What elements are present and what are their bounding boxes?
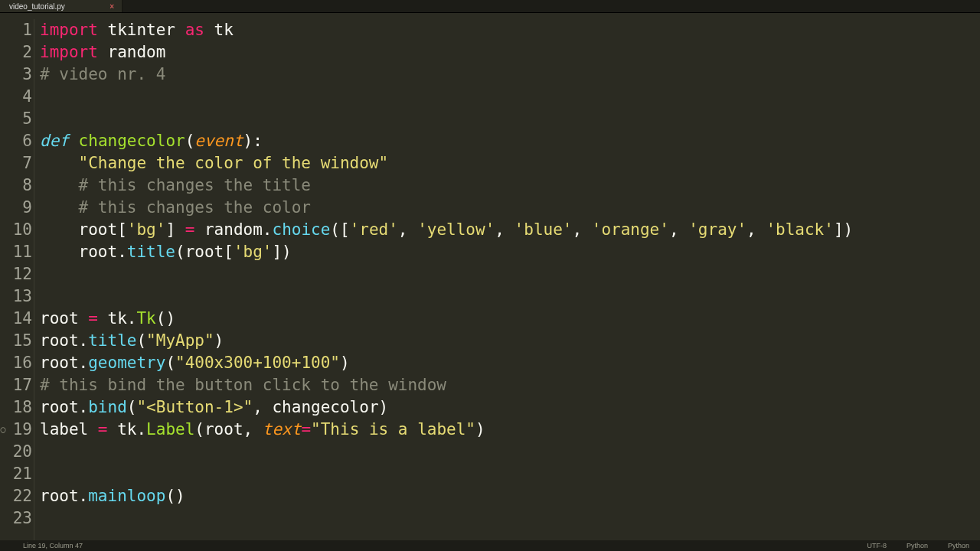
code-line[interactable]: import tkinter as tk (40, 19, 980, 41)
status-cursor-position[interactable]: Line 19, Column 47 (23, 542, 83, 549)
token-fn: changecolor (79, 132, 185, 150)
token-nm: ( (165, 354, 175, 372)
status-bar: Line 19, Column 47 UTF-8 Python Python (0, 540, 980, 551)
token-nm: root. (40, 354, 88, 372)
token-kw2: import (40, 21, 98, 39)
token-nm (40, 176, 79, 194)
token-op: = (98, 420, 108, 439)
code-line[interactable]: ○label = tk.Label(root, text="This is a … (40, 419, 980, 441)
code-line[interactable] (40, 108, 980, 130)
token-prm: event (194, 132, 243, 150)
code-line[interactable] (40, 507, 980, 530)
code-line[interactable]: def changecolor(event): (40, 130, 980, 152)
token-str: "MyApp" (146, 331, 214, 350)
code-line[interactable]: root.bind("<Button-1>", changecolor) (40, 396, 980, 419)
token-nm: , (572, 220, 591, 239)
token-nm: , (669, 220, 688, 239)
line-number: 1 (0, 19, 32, 41)
line-number: 4 (0, 86, 32, 108)
code-line[interactable]: "Change the color of the window" (40, 152, 980, 174)
token-nm: () (165, 487, 185, 505)
line-number: 18 (0, 396, 32, 419)
token-nm: , (746, 220, 766, 239)
code-line[interactable]: root.mainloop() (40, 485, 980, 507)
code-line[interactable]: root.title("MyApp") (40, 330, 980, 352)
token-cmt: # this bind the button click to the wind… (40, 376, 446, 394)
token-nm (69, 132, 79, 150)
token-mth: mainloop (88, 487, 165, 505)
status-encoding[interactable]: UTF-8 (867, 542, 887, 549)
line-number: 22 (0, 485, 32, 507)
code-line[interactable]: root = tk.Tk() (40, 308, 980, 330)
line-number: 9 (0, 197, 32, 219)
token-str: 'red' (350, 220, 398, 239)
line-number-gutter: 1234567891011121314151617181920212223 (0, 19, 34, 530)
code-line[interactable] (40, 463, 980, 485)
code-line[interactable]: import random (40, 41, 980, 64)
token-nm: ) (340, 354, 350, 372)
status-right-group: UTF-8 Python Python (867, 542, 969, 549)
gutter-border (34, 19, 34, 540)
token-cmt: # this changes the title (79, 176, 311, 194)
line-number: 11 (0, 241, 32, 263)
token-nm: ([ (330, 220, 349, 239)
code-line[interactable]: root['bg'] = random.choice(['red', 'yell… (40, 219, 980, 241)
token-nm: random. (194, 220, 272, 239)
code-line[interactable] (40, 86, 980, 108)
token-cls: Label (146, 420, 194, 439)
token-mth: title (88, 331, 136, 350)
token-str: 'black' (766, 220, 834, 239)
tab-bar: video_tutorial.py × (0, 0, 980, 13)
line-number: 6 (0, 130, 32, 152)
file-tab[interactable]: video_tutorial.py × (0, 0, 122, 12)
token-str: "<Button-1>" (136, 398, 253, 416)
line-number: 16 (0, 352, 32, 374)
code-line[interactable]: # this changes the title (40, 174, 980, 197)
token-str: "This is a label" (311, 420, 475, 439)
token-nm: ] (165, 220, 185, 239)
line-number: 15 (0, 330, 32, 352)
token-op: = (88, 309, 98, 328)
token-mth: title (127, 243, 175, 261)
line-number: 5 (0, 108, 32, 130)
code-line[interactable]: root.title(root['bg']) (40, 241, 980, 263)
token-op: = (185, 220, 195, 239)
token-cmt: # this changes the color (79, 198, 311, 217)
token-nm: () (156, 309, 175, 328)
token-str: "400x300+100+100" (175, 354, 340, 372)
code-line[interactable]: # this changes the color (40, 197, 980, 219)
token-op: = (301, 420, 311, 439)
token-nm: , changecolor) (253, 398, 388, 416)
line-number: 21 (0, 463, 32, 485)
code-line[interactable]: # this bind the button click to the wind… (40, 374, 980, 396)
token-str: 'yellow' (417, 220, 495, 239)
token-str: 'gray' (688, 220, 746, 239)
code-line[interactable]: root.geometry("400x300+100+100") (40, 352, 980, 374)
token-str: 'bg' (127, 220, 166, 239)
editor-area[interactable]: 1234567891011121314151617181920212223 im… (0, 13, 980, 540)
code-content[interactable]: import tkinter as tkimport random# video… (40, 19, 980, 530)
code-line[interactable] (40, 263, 980, 285)
status-syntax[interactable]: Python (906, 542, 928, 549)
token-nm: ]) (834, 220, 853, 239)
status-language[interactable]: Python (948, 542, 969, 549)
close-icon[interactable]: × (109, 2, 114, 11)
tab-filename: video_tutorial.py (9, 2, 65, 11)
token-nm: , (398, 220, 417, 239)
code-line[interactable] (40, 441, 980, 463)
token-str: 'orange' (592, 220, 669, 239)
line-number: 23 (0, 507, 32, 530)
token-cmt: # video nr. 4 (40, 65, 165, 83)
token-str: 'bg' (234, 243, 273, 261)
token-str: "Change the color of the window" (79, 154, 389, 172)
line-number: 14 (0, 308, 32, 330)
gutter-marker-icon: ○ (1, 419, 5, 441)
line-number: 2 (0, 41, 32, 64)
token-kw2: as (185, 21, 204, 39)
token-nm: ): (243, 132, 263, 150)
code-line[interactable] (40, 285, 980, 308)
code-line[interactable]: # video nr. 4 (40, 64, 980, 86)
token-nm (40, 198, 79, 217)
token-nm: root (40, 309, 88, 328)
line-number: 13 (0, 285, 32, 308)
